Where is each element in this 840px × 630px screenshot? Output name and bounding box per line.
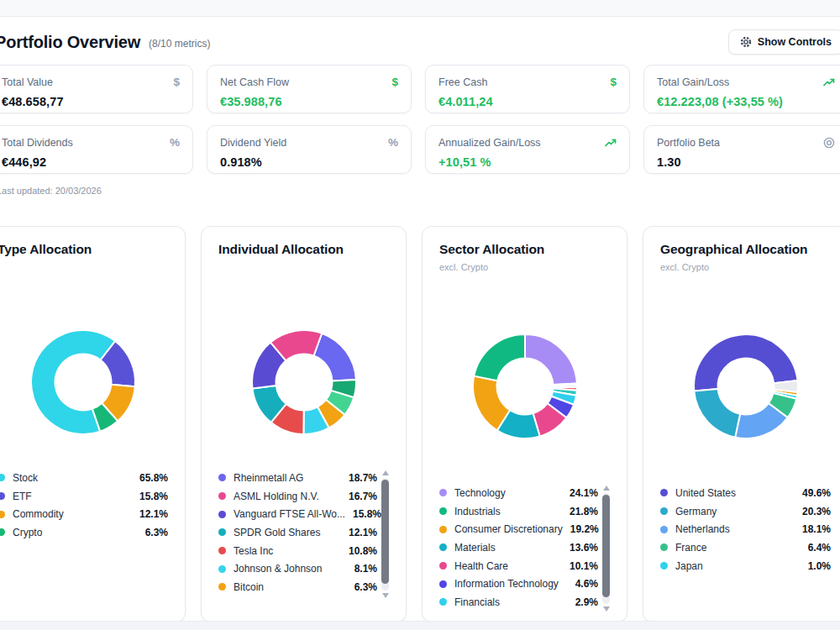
legend-item-information-technology[interactable]: Information Technology 4.6% (439, 575, 598, 593)
individual-allocation-donut-chart (241, 319, 367, 445)
legend-color-dot (218, 528, 226, 536)
legend-value: 6.3% (354, 581, 377, 593)
main-content: Portfolio Overview (8/10 metrics) Show C… (0, 17, 840, 622)
legend-value: 65.8% (139, 472, 168, 484)
legend-item-technology[interactable]: Technology 24.1% (439, 484, 598, 502)
legend-value: 12.1% (349, 527, 377, 538)
chart-title: Geographical Allocation (660, 242, 831, 257)
donut-slice-technology[interactable] (525, 334, 577, 385)
legend-item-industrials[interactable]: Industrials 21.8% (439, 502, 598, 521)
legend-value: 21.8% (570, 506, 598, 517)
legend-value: 24.1% (570, 487, 598, 499)
legend-scrollbar[interactable] (602, 486, 610, 612)
metric-card-total-dividends: Total Dividends % €446,92 (0, 125, 193, 174)
legend-item-materials[interactable]: Materials 13.6% (439, 538, 598, 557)
top-strip (0, 0, 840, 17)
scroll-down-icon[interactable] (603, 606, 610, 612)
legend-item-germany[interactable]: Germany 20.3% (660, 502, 831, 521)
legend-value: 10.8% (349, 545, 377, 557)
legend-value: 6.3% (145, 527, 168, 538)
show-controls-label: Show Controls (758, 36, 832, 48)
legend-color-dot (439, 507, 447, 515)
metric-label: Total Value (2, 76, 53, 88)
legend-value: 15.8% (139, 491, 168, 502)
legend-color-dot (218, 492, 226, 500)
legend-color-dot (218, 511, 226, 518)
legend-item-crypto[interactable]: Crypto 6.3% (0, 523, 168, 542)
legend-value: 4.6% (575, 578, 598, 590)
geographical-allocation-donut-chart (683, 323, 809, 449)
legend-color-dot (660, 543, 668, 551)
legend-item-japan[interactable]: Japan 1.0% (660, 557, 831, 575)
donut-slice-germany[interactable] (694, 389, 740, 438)
page-title: Portfolio Overview (0, 33, 140, 52)
legend-label: Netherlands (675, 523, 730, 535)
legend-scrollbar[interactable] (381, 470, 389, 598)
chart-card-individual-allocation: Individual Allocation Rheinmetall AG 18.… (201, 226, 407, 622)
metrics-grid: Total Value $ €48.658,77 Net Cash Flow $… (0, 65, 840, 174)
legend-value: 18.7% (349, 472, 377, 484)
legend-item-rheinmetall-ag[interactable]: Rheinmetall AG 18.7% (218, 469, 377, 487)
legend-label: Health Care (454, 560, 508, 572)
legend-item-united-states[interactable]: United States 49.6% (660, 484, 831, 502)
legend-item-commodity[interactable]: Commodity 12.1% (0, 505, 168, 523)
trend-icon (605, 138, 617, 148)
metric-value: €4.011,24 (438, 95, 617, 108)
chart-subtitle: excl. Crypto (439, 262, 610, 274)
legend-item-vanguard-ftse-all-wo[interactable]: Vanguard FTSE All-Wo... 15.8% (218, 505, 377, 523)
legend-item-spdr-gold-shares[interactable]: SPDR Gold Shares 12.1% (218, 523, 377, 542)
legend-item-asml-holding-n-v[interactable]: ASML Holding N.V. 16.7% (218, 487, 377, 506)
legend-label: Rheinmetall AG (234, 472, 303, 484)
legend: United States 49.6% Germany 20.3% Nether… (660, 484, 831, 575)
legend-color-dot (0, 492, 5, 500)
metric-value: 1.30 (657, 155, 835, 169)
scrollbar-thumb[interactable] (381, 480, 389, 584)
legend-label: ASML Holding N.V. (234, 491, 319, 502)
metric-label: Portfolio Beta (657, 137, 720, 149)
scrollbar-track[interactable] (381, 478, 389, 591)
scrollbar-track[interactable] (602, 493, 610, 604)
legend-item-bitcoin[interactable]: Bitcoin 6.3% (218, 578, 377, 596)
legend-item-stock[interactable]: Stock 65.8% (0, 469, 168, 487)
legend-color-dot (0, 528, 5, 536)
legend-color-dot (218, 547, 226, 554)
metric-card-dividend-yield: Dividend Yield % 0.918% (207, 125, 412, 174)
legend-color-dot (0, 511, 5, 518)
metric-value: +10,51 % (438, 155, 617, 169)
legend-item-financials[interactable]: Financials 2.9% (439, 593, 598, 612)
legend-item-health-care[interactable]: Health Care 10.1% (439, 557, 598, 575)
legend-value: 15.8% (353, 508, 381, 520)
legend-label: ETF (13, 491, 32, 502)
scroll-up-icon[interactable] (603, 486, 610, 491)
legend-item-consumer-discretionary[interactable]: Consumer Discretionary 19.2% (439, 520, 598, 538)
metric-label: Free Cash (438, 76, 487, 88)
chart-subtitle: excl. Crypto (660, 262, 831, 274)
legend-item-netherlands[interactable]: Netherlands 18.1% (660, 520, 831, 538)
scrollbar-thumb[interactable] (602, 495, 610, 597)
legend-label: Information Technology (454, 578, 559, 590)
dollar-icon: $ (173, 76, 180, 88)
legend-color-dot (218, 565, 226, 573)
chart-card-geographical-allocation: Geographical Allocation excl. Crypto Uni… (643, 226, 840, 622)
dollar-icon: $ (610, 76, 617, 88)
scroll-up-icon[interactable] (382, 470, 389, 475)
sector-allocation-donut-chart (462, 323, 588, 449)
legend-item-etf[interactable]: ETF 15.8% (0, 487, 168, 506)
legend-item-france[interactable]: France 6.4% (660, 538, 831, 557)
legend-label: Tesla Inc (234, 545, 273, 557)
metric-value: €35.988,76 (220, 95, 398, 108)
scroll-down-icon[interactable] (382, 593, 389, 598)
legend-label: United States (675, 487, 736, 499)
legend-color-dot (439, 598, 447, 606)
donut-slice-industrials[interactable] (474, 334, 525, 381)
legend-label: Japan (675, 560, 703, 572)
legend-value: 2.9% (575, 596, 598, 608)
legend-item-tesla-inc[interactable]: Tesla Inc 10.8% (218, 542, 377, 560)
show-controls-button[interactable]: Show Controls (728, 29, 840, 55)
legend-label: Johnson & Johnson (234, 563, 322, 575)
metric-card-total-gain-loss: Total Gain/Loss €12.223,08 (+33,55 %) (643, 65, 840, 113)
legend-value: 19.2% (570, 523, 599, 535)
legend-label: Vanguard FTSE All-Wo... (234, 508, 345, 520)
legend-item-johnson-johnson[interactable]: Johnson & Johnson 8.1% (218, 559, 377, 578)
gear-icon (740, 36, 752, 48)
